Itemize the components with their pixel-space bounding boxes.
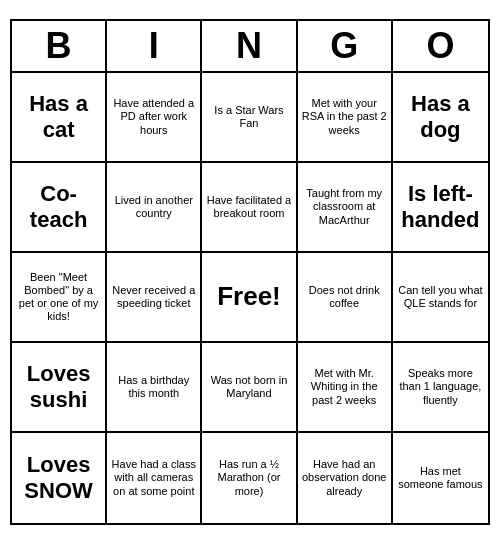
header-letter-O: O <box>393 21 488 71</box>
cell-text-19: Speaks more than 1 language, fluently <box>397 367 484 407</box>
cell-text-14: Can tell you what QLE stands for <box>397 284 484 310</box>
cell-text-4: Has a dog <box>397 91 484 144</box>
bingo-cell-9[interactable]: Is left-handed <box>393 163 488 253</box>
cell-text-21: Have had a class with all cameras on at … <box>111 458 196 498</box>
bingo-cell-6[interactable]: Lived in another country <box>107 163 202 253</box>
cell-text-13: Does not drink coffee <box>302 284 387 310</box>
bingo-grid: Has a catHave attended a PD after work h… <box>12 73 488 523</box>
bingo-cell-23[interactable]: Have had an observation done already <box>298 433 393 523</box>
cell-text-10: Been "Meet Bombed" by a pet or one of my… <box>16 271 101 324</box>
bingo-cell-7[interactable]: Have facilitated a breakout room <box>202 163 297 253</box>
cell-text-7: Have facilitated a breakout room <box>206 194 291 220</box>
bingo-cell-4[interactable]: Has a dog <box>393 73 488 163</box>
bingo-cell-20[interactable]: Loves SNOW <box>12 433 107 523</box>
bingo-cell-21[interactable]: Have had a class with all cameras on at … <box>107 433 202 523</box>
cell-text-12: Free! <box>217 281 281 312</box>
bingo-cell-0[interactable]: Has a cat <box>12 73 107 163</box>
cell-text-16: Has a birthday this month <box>111 374 196 400</box>
cell-text-8: Taught from my classroom at MacArthur <box>302 187 387 227</box>
bingo-cell-2[interactable]: Is a Star Wars Fan <box>202 73 297 163</box>
cell-text-18: Met with Mr. Whiting in the past 2 weeks <box>302 367 387 407</box>
cell-text-6: Lived in another country <box>111 194 196 220</box>
bingo-header: BINGO <box>12 21 488 73</box>
bingo-cell-10[interactable]: Been "Meet Bombed" by a pet or one of my… <box>12 253 107 343</box>
header-letter-G: G <box>298 21 393 71</box>
bingo-cell-1[interactable]: Have attended a PD after work hours <box>107 73 202 163</box>
cell-text-0: Has a cat <box>16 91 101 144</box>
header-letter-I: I <box>107 21 202 71</box>
bingo-cell-8[interactable]: Taught from my classroom at MacArthur <box>298 163 393 253</box>
cell-text-9: Is left-handed <box>397 181 484 234</box>
cell-text-11: Never received a speeding ticket <box>111 284 196 310</box>
bingo-cell-12[interactable]: Free! <box>202 253 297 343</box>
bingo-cell-18[interactable]: Met with Mr. Whiting in the past 2 weeks <box>298 343 393 433</box>
bingo-cell-17[interactable]: Was not born in Maryland <box>202 343 297 433</box>
cell-text-22: Has run a ½ Marathon (or more) <box>206 458 291 498</box>
cell-text-17: Was not born in Maryland <box>206 374 291 400</box>
bingo-cell-24[interactable]: Has met someone famous <box>393 433 488 523</box>
cell-text-15: Loves sushi <box>16 361 101 414</box>
cell-text-24: Has met someone famous <box>397 465 484 491</box>
bingo-cell-14[interactable]: Can tell you what QLE stands for <box>393 253 488 343</box>
cell-text-20: Loves SNOW <box>16 452 101 505</box>
bingo-card: BINGO Has a catHave attended a PD after … <box>10 19 490 525</box>
bingo-cell-13[interactable]: Does not drink coffee <box>298 253 393 343</box>
cell-text-3: Met with your RSA in the past 2 weeks <box>302 97 387 137</box>
bingo-cell-3[interactable]: Met with your RSA in the past 2 weeks <box>298 73 393 163</box>
bingo-cell-15[interactable]: Loves sushi <box>12 343 107 433</box>
cell-text-5: Co-teach <box>16 181 101 234</box>
header-letter-N: N <box>202 21 297 71</box>
cell-text-23: Have had an observation done already <box>302 458 387 498</box>
bingo-cell-19[interactable]: Speaks more than 1 language, fluently <box>393 343 488 433</box>
bingo-cell-5[interactable]: Co-teach <box>12 163 107 253</box>
bingo-cell-11[interactable]: Never received a speeding ticket <box>107 253 202 343</box>
bingo-cell-22[interactable]: Has run a ½ Marathon (or more) <box>202 433 297 523</box>
cell-text-1: Have attended a PD after work hours <box>111 97 196 137</box>
bingo-cell-16[interactable]: Has a birthday this month <box>107 343 202 433</box>
cell-text-2: Is a Star Wars Fan <box>206 104 291 130</box>
header-letter-B: B <box>12 21 107 71</box>
